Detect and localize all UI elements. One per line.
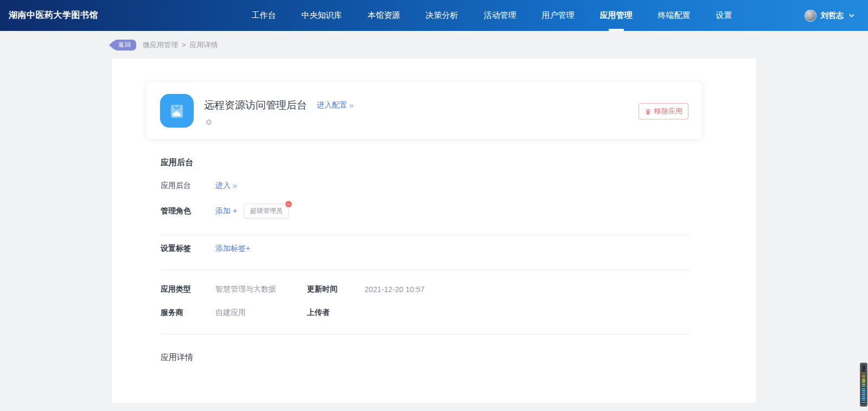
backend-row: 应用后台 进入 » xyxy=(161,181,690,191)
nav-item-label: 本馆资源 xyxy=(368,10,400,21)
nav-item-library-resources[interactable]: 本馆资源 xyxy=(368,0,400,31)
divider xyxy=(161,334,690,334)
tags-label: 设置标签 xyxy=(161,244,215,254)
main-nav: 工作台 中央知识库 本馆资源 决策分析 活动管理 用户管理 应用管理 终端配置 … xyxy=(179,0,805,31)
enter-config-link[interactable]: 进入配置 » xyxy=(317,100,354,110)
nav-item-label: 终端配置 xyxy=(658,10,691,21)
gear-icon[interactable] xyxy=(205,118,213,126)
activity-meter xyxy=(860,363,867,407)
nav-item-label: 中央知识库 xyxy=(302,10,342,21)
app-bag-icon xyxy=(160,94,194,128)
remove-role-icon[interactable]: − xyxy=(284,200,293,208)
user-name: 刘哲志 xyxy=(821,11,844,21)
nav-item-settings[interactable]: 设置 xyxy=(716,0,732,31)
nav-item-label: 应用管理 xyxy=(600,10,633,21)
breadcrumb-current: 应用详情 xyxy=(190,40,218,50)
backend-label: 应用后台 xyxy=(161,181,215,191)
tags-row: 设置标签 添加标签+ xyxy=(161,244,690,254)
app-head: 远程资源访问管理后台 进入配置 » xyxy=(204,94,639,128)
roles-row: 管理角色 添加 + 超级管理员 − xyxy=(161,204,690,218)
app-detail-panel: 远程资源访问管理后台 进入配置 » 移除应用 应用后台 应用后台 xyxy=(112,59,756,403)
app-type-label: 应用类型 xyxy=(161,284,215,294)
app-type-value: 智慧管理与大数据 xyxy=(215,284,307,294)
nav-item-label: 用户管理 xyxy=(542,10,575,21)
divider xyxy=(161,235,690,235)
app-title: 远程资源访问管理后台 xyxy=(204,98,307,112)
double-chevron-icon: » xyxy=(233,181,237,190)
vendor-label: 服务商 xyxy=(161,308,215,318)
breadcrumb-separator: > xyxy=(182,41,186,49)
user-menu[interactable]: 刘哲志 xyxy=(805,10,868,22)
add-role-link[interactable]: 添加 + xyxy=(215,206,237,216)
detail-section-heading: 应用详情 xyxy=(161,352,690,363)
active-tab-indicator xyxy=(609,29,624,31)
nav-item-central-knowledge[interactable]: 中央知识库 xyxy=(302,0,342,31)
enter-backend-link[interactable]: 进入 » xyxy=(215,181,237,191)
nav-item-decision-analysis[interactable]: 决策分析 xyxy=(426,0,458,31)
divider xyxy=(161,270,690,270)
nav-item-app-management[interactable]: 应用管理 xyxy=(600,0,633,31)
backend-section-heading: 应用后台 xyxy=(161,157,690,168)
trash-icon xyxy=(644,108,652,115)
top-navbar: 湖南中医药大学图书馆 工作台 中央知识库 本馆资源 决策分析 活动管理 用户管理… xyxy=(0,0,868,31)
updated-time-value: 2021-12-20 10:57 xyxy=(365,285,425,294)
back-button[interactable]: 返回 xyxy=(113,40,136,50)
roles-label: 管理角色 xyxy=(161,206,215,216)
breadcrumb-bar: 返回 微应用管理 > 应用详情 xyxy=(0,31,868,59)
site-logo: 湖南中医药大学图书馆 xyxy=(0,10,179,21)
role-tag-label: 超级管理员 xyxy=(250,207,283,214)
breadcrumb-parent[interactable]: 微应用管理 xyxy=(143,40,178,50)
add-tag-link[interactable]: 添加标签+ xyxy=(215,244,250,254)
chevron-down-icon xyxy=(849,12,854,17)
info-row: 应用类型 智慧管理与大数据 更新时间 2021-12-20 10:57 xyxy=(161,284,690,294)
activity-meter-stripes xyxy=(862,365,865,404)
nav-item-label: 工作台 xyxy=(252,10,276,21)
avatar xyxy=(805,10,816,22)
vendor-value: 自建应用 xyxy=(215,308,307,318)
nav-item-label: 活动管理 xyxy=(484,10,516,21)
nav-item-terminal-config[interactable]: 终端配置 xyxy=(658,0,691,31)
remove-app-button[interactable]: 移除应用 xyxy=(639,103,688,119)
breadcrumb: 微应用管理 > 应用详情 xyxy=(143,40,218,50)
app-detail-content: 应用后台 应用后台 进入 » 管理角色 添加 + 超级管理员 − 设置标签 添加… xyxy=(161,157,690,363)
nav-item-user-management[interactable]: 用户管理 xyxy=(542,0,575,31)
nav-item-label: 设置 xyxy=(716,10,732,21)
nav-item-workbench[interactable]: 工作台 xyxy=(252,0,276,31)
nav-item-activity-management[interactable]: 活动管理 xyxy=(484,0,516,31)
updated-time-label: 更新时间 xyxy=(307,284,365,294)
double-chevron-icon: » xyxy=(349,101,354,110)
app-header-card: 远程资源访问管理后台 进入配置 » 移除应用 xyxy=(145,81,703,140)
uploader-label: 上传者 xyxy=(307,308,365,318)
info-row: 服务商 自建应用 上传者 xyxy=(161,308,690,318)
role-tag: 超级管理员 − xyxy=(244,204,289,218)
nav-item-label: 决策分析 xyxy=(426,10,458,21)
